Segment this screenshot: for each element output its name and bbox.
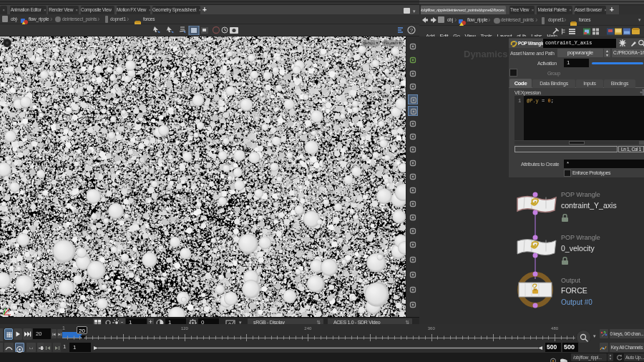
svg-text:?: ? <box>410 27 414 34</box>
